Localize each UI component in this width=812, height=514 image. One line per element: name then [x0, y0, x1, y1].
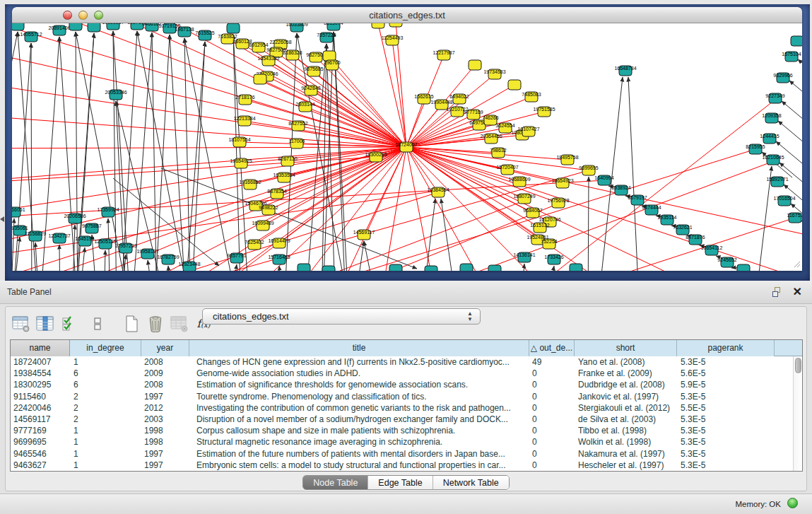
network-node[interactable]: 2803144	[295, 102, 314, 112]
network-node[interactable]: 10654112	[701, 245, 723, 255]
network-node[interactable]: 12342737	[48, 233, 70, 243]
network-node[interactable]: 20891406	[48, 25, 70, 35]
table-row[interactable]: 977716911998Corpus callosum shape and si…	[11, 425, 802, 436]
network-canvas[interactable]: 1405571220891406106532871527602646616210…	[12, 23, 802, 271]
network-node[interactable]: 17359924	[97, 207, 119, 217]
column-header-year[interactable]: year	[141, 340, 189, 356]
column-header-pagerank[interactable]: pagerank	[677, 340, 775, 356]
network-node[interactable]: 19958107	[136, 249, 158, 259]
network-node[interactable]	[298, 264, 310, 271]
delete-column-button[interactable]	[146, 315, 165, 333]
network-node[interactable]	[488, 265, 501, 271]
network-node[interactable]: 7615525	[195, 30, 214, 40]
network-node[interactable]: 8813074	[324, 23, 343, 30]
panel-divider-handle-icon[interactable]	[0, 216, 4, 222]
network-node[interactable]	[425, 266, 437, 271]
network-node[interactable]: 9242848	[301, 86, 320, 95]
network-node[interactable]	[570, 264, 582, 271]
network-node[interactable]: 16543382	[257, 56, 279, 66]
network-node[interactable]: 2718176	[235, 95, 254, 105]
table-row[interactable]: 911546021997Tourette syndrome. Phenomeno…	[11, 391, 802, 402]
network-node[interactable]: 19166852	[239, 180, 261, 189]
network-node[interactable]	[737, 264, 750, 271]
network-node[interactable]	[469, 60, 481, 70]
network-node[interactable]	[227, 23, 240, 33]
network-node[interactable]	[254, 74, 266, 84]
network-node[interactable]: 8186328	[283, 50, 302, 60]
table-row[interactable]: 1872400712008Changes of HCN gene express…	[11, 356, 802, 368]
table-row[interactable]: 969969511998Structural magnetic resonanc…	[11, 436, 802, 448]
network-node[interactable]: 117006	[289, 139, 305, 148]
network-node[interactable]: 6679197	[628, 195, 647, 205]
column-header-in_degree[interactable]: in_degree	[70, 340, 141, 356]
network-node[interactable]: 19654925	[230, 158, 252, 168]
table-row[interactable]: 946554611997Estimation of the future num…	[11, 448, 802, 460]
table-mode-button[interactable]	[11, 315, 31, 333]
network-node[interactable]: 17016504	[773, 196, 795, 206]
close-panel-icon[interactable]: ✕	[793, 285, 802, 298]
network-node[interactable]	[460, 264, 473, 271]
column-select-button[interactable]	[59, 315, 79, 333]
tab-network-table[interactable]: Network Table	[433, 476, 509, 489]
network-node[interactable]: 20364456	[480, 134, 502, 144]
column-header-name[interactable]: name	[11, 340, 70, 356]
network-node[interactable]: 18807249	[513, 194, 535, 204]
network-node[interactable]: 12923448	[178, 262, 200, 271]
network-node[interactable]	[508, 80, 521, 90]
column-header-title[interactable]: title	[189, 340, 529, 356]
float-panel-icon[interactable]	[772, 287, 782, 297]
network-node[interactable]: 1615132	[530, 223, 549, 233]
table-selector-dropdown[interactable]: citations_edges.txt ▲▼	[202, 308, 481, 325]
network-nodes[interactable]: 1405571220891406106532871527602646616210…	[12, 23, 802, 271]
tab-node-table[interactable]: Node Table	[303, 476, 368, 489]
network-node[interactable]	[88, 23, 100, 32]
resize-grip-icon[interactable]	[794, 262, 800, 267]
network-node[interactable]	[389, 264, 402, 271]
network-node[interactable]: 8912954	[249, 42, 268, 52]
network-node[interactable]: 11156829	[25, 231, 46, 241]
column-header-out_degree[interactable]: △ out_de...	[529, 340, 575, 356]
network-node[interactable]: 10653287	[102, 23, 124, 30]
table-row[interactable]: 946362711997Embryonic stem cells: a mode…	[11, 460, 802, 471]
network-node[interactable]: 296760	[324, 60, 340, 70]
table-row[interactable]: 1830029562008Estimation of significance …	[11, 379, 802, 390]
memory-status-icon[interactable]	[787, 498, 798, 508]
column-visibility-button[interactable]	[35, 315, 55, 333]
network-node[interactable]	[372, 23, 384, 28]
network-node[interactable]: 15720407	[496, 165, 518, 175]
network-node[interactable]: 16782759	[157, 255, 179, 264]
tab-edge-table[interactable]: Edge Table	[368, 476, 433, 489]
network-node[interactable]	[322, 266, 335, 271]
network-node[interactable]: 20053346	[105, 90, 126, 100]
network-node[interactable]: 12213384	[233, 116, 255, 126]
network-node[interactable]	[69, 23, 82, 30]
vertical-scrollbar[interactable]	[793, 356, 802, 472]
network-node[interactable]: 8938924	[611, 185, 630, 195]
network-node[interactable]: 16210645	[762, 155, 784, 165]
network-node[interactable]: 9474444	[642, 205, 661, 215]
network-node[interactable]: 16033809	[286, 23, 307, 32]
table-row[interactable]: 2242004622012Investigating the contribut…	[11, 402, 802, 414]
network-node[interactable]: 9975887	[82, 223, 101, 233]
network-node[interactable]	[389, 23, 402, 27]
network-node[interactable]	[323, 51, 336, 61]
network-node[interactable]: 752254	[541, 239, 557, 249]
network-node[interactable]: 8471876	[686, 235, 705, 245]
network-node[interactable]: 8427552	[288, 121, 307, 131]
network-node[interactable]: 16099489	[252, 221, 273, 230]
network-node[interactable]: 12217987	[433, 50, 454, 60]
network-node[interactable]: 1967138	[175, 27, 194, 37]
create-column-button[interactable]	[122, 315, 141, 333]
network-node[interactable]: 19734583	[483, 69, 505, 79]
network-node[interactable]: 2935114	[658, 215, 677, 225]
network-node[interactable]: 7632621	[673, 225, 692, 235]
scrollbar-thumb[interactable]	[795, 358, 801, 373]
network-node[interactable]: 19751585	[533, 107, 555, 117]
network-node[interactable]: 116753	[787, 213, 802, 223]
table-row[interactable]: 1938455462009Genome-wide association stu…	[11, 368, 802, 379]
network-node[interactable]: 18495758	[556, 155, 578, 165]
network-node[interactable]: 11254493	[382, 35, 404, 45]
network-node[interactable]: 798632	[490, 148, 506, 158]
network-node[interactable]: 9245652	[717, 257, 736, 267]
network-node[interactable]: 7485083	[522, 92, 541, 102]
